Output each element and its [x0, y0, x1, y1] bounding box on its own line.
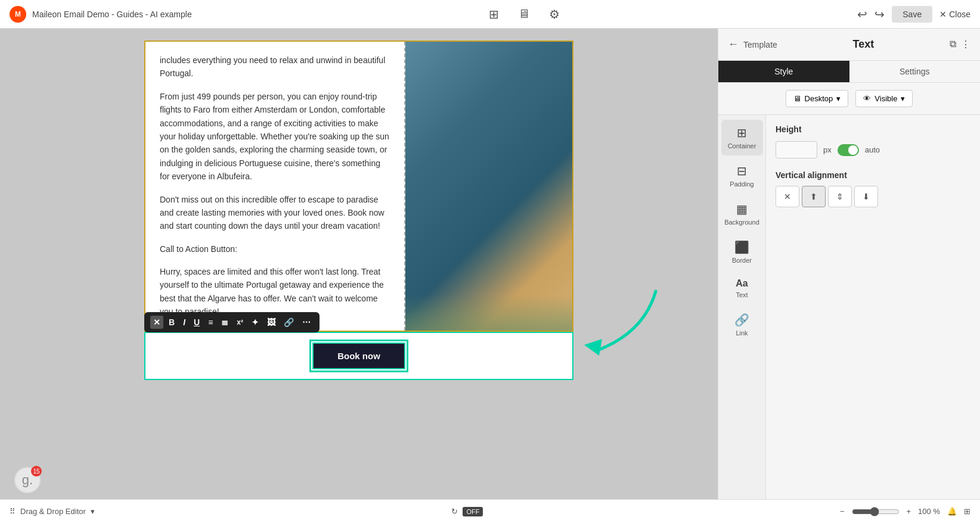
nav-text[interactable]: Aa Text: [721, 272, 763, 304]
cta-button[interactable]: Book now: [312, 343, 405, 369]
vert-align-top-button[interactable]: ⬆: [802, 186, 826, 207]
link-icon: 🔗: [734, 313, 749, 327]
panel-tabs: Style Settings: [718, 61, 980, 83]
email-block: includes everything you need to relax an…: [144, 41, 573, 380]
avatar-icon: g.: [22, 472, 33, 488]
panel-menu-icon[interactable]: ⋮: [961, 39, 970, 50]
email-button-row: Book now: [144, 332, 573, 380]
avatar[interactable]: g. 15: [14, 467, 41, 493]
auto-toggle[interactable]: [838, 144, 859, 156]
drag-drop-label: Drag & Drop Editor: [20, 507, 86, 516]
px-label: px: [823, 145, 832, 154]
bottombar: ⠿ Drag & Drop Editor ▾ ↻ OFF − + 100 % 🔔…: [0, 499, 980, 523]
app-logo: M: [10, 6, 26, 23]
vert-align-middle-button[interactable]: ⇕: [828, 186, 852, 207]
close-x-icon: ✕: [939, 10, 947, 19]
panel-icon-nav: ⊞ Container ⊟ Padding ▦ Background ⬛ Bor…: [718, 115, 766, 499]
nav-padding[interactable]: ⊟ Padding: [721, 158, 763, 194]
format-magic-button[interactable]: ✦: [249, 316, 262, 329]
bottombar-right: − + 100 % 🔔 ⊞: [840, 507, 970, 516]
format-more-button[interactable]: ⋯: [299, 316, 314, 329]
visible-dropdown[interactable]: 👁 Visible ▾: [855, 90, 913, 107]
padding-icon: ⊟: [737, 164, 747, 178]
format-image-button[interactable]: 🖼: [264, 316, 278, 329]
eye-icon: 👁: [863, 94, 871, 103]
panel-header-icons: ⧉ ⋮: [950, 39, 970, 50]
vert-align-label: Vertical alignment: [776, 170, 970, 180]
right-panel: ← Template Text ⧉ ⋮ Style Settings 🖥 Des…: [718, 29, 980, 499]
format-bold-button[interactable]: B: [166, 316, 178, 329]
chevron-down-icon-2: ▾: [901, 94, 905, 103]
tab-settings[interactable]: Settings: [849, 61, 981, 82]
topbar-right: ↩ ↪ Save ✕ Close: [857, 6, 970, 23]
email-image: [405, 42, 572, 331]
format-ol-button[interactable]: ≣: [218, 316, 231, 329]
save-button[interactable]: Save: [892, 6, 932, 23]
panel-visibility-row: 🖥 Desktop ▾ 👁 Visible ▾: [718, 83, 980, 115]
drag-handle-icon: ⠿: [10, 507, 15, 516]
email-text-column[interactable]: includes everything you need to relax an…: [145, 42, 405, 331]
format-link-button[interactable]: 🔗: [281, 316, 297, 329]
redo-icon[interactable]: ↪: [874, 7, 885, 21]
close-button[interactable]: ✕ Close: [939, 10, 970, 19]
vert-align-none-button[interactable]: ✕: [776, 186, 799, 207]
vert-align-bottom-button[interactable]: ⬇: [854, 186, 878, 207]
topbar-left: M Maileon Email Demo - Guides - AI examp…: [10, 6, 192, 23]
settings-icon[interactable]: ⚙: [549, 7, 560, 21]
chevron-down-icon: ▾: [836, 94, 841, 103]
canvas-area[interactable]: includes everything you need to relax an…: [0, 29, 718, 499]
panel-breadcrumb: Template: [743, 40, 777, 49]
height-input[interactable]: [776, 141, 817, 158]
container-icon: ⊞: [737, 126, 747, 140]
format-superscript-button[interactable]: x²: [234, 316, 246, 328]
topbar-center: ⊞ 🖥 ⚙: [489, 7, 560, 21]
format-italic-button[interactable]: I: [180, 316, 188, 329]
bell-icon[interactable]: 🔔: [947, 507, 957, 516]
bottombar-center: ↻ OFF: [451, 507, 483, 516]
zoom-slider[interactable]: [852, 507, 900, 516]
email-text-p4: Call to Action Button:: [160, 242, 390, 256]
format-ul-button[interactable]: ≡: [205, 316, 216, 329]
grid-icon[interactable]: ⊞: [489, 7, 499, 21]
zoom-in-icon[interactable]: +: [907, 507, 911, 516]
email-text-p2: From just 499 pounds per person, you can…: [160, 90, 390, 183]
nav-border[interactable]: ⬛ Border: [721, 234, 763, 270]
panel-content: Height px auto Vertical alignment ✕ ⬆ ⇕ …: [766, 115, 980, 499]
email-text-p5: Hurry, spaces are limited and this offer…: [160, 265, 390, 319]
desktop-dropdown[interactable]: 🖥 Desktop ▾: [786, 90, 849, 107]
layers-icon[interactable]: ⧉: [950, 39, 956, 50]
grid-small-icon[interactable]: ⊞: [964, 507, 970, 516]
panel-title: Text: [782, 38, 945, 51]
auto-label: auto: [865, 145, 880, 154]
zoom-level: 100 %: [918, 507, 940, 516]
main-area: includes everything you need to relax an…: [0, 29, 980, 499]
topbar: M Maileon Email Demo - Guides - AI examp…: [0, 0, 980, 29]
editor-chevron-icon: ▾: [91, 507, 95, 516]
notification-badge: 15: [31, 466, 42, 477]
height-section-label: Height: [776, 124, 970, 134]
background-icon: ▦: [736, 202, 748, 216]
email-content-row: includes everything you need to relax an…: [144, 41, 573, 332]
vert-align-buttons: ✕ ⬆ ⇕ ⬇: [776, 186, 970, 207]
format-toolbar: ✕ B I U ≡ ≣ x² ✦ 🖼 🔗 ⋯: [144, 312, 320, 332]
height-row: px auto: [776, 141, 970, 158]
refresh-icon: ↻: [451, 507, 458, 516]
canvas-inner: includes everything you need to relax an…: [0, 29, 718, 499]
topbar-title: Maileon Email Demo - Guides - AI example: [32, 10, 192, 19]
bottombar-left: ⠿ Drag & Drop Editor ▾: [10, 507, 95, 516]
nav-link[interactable]: 🔗 Link: [721, 307, 763, 343]
svg-marker-0: [584, 339, 602, 356]
zoom-out-icon[interactable]: −: [840, 507, 845, 516]
undo-icon[interactable]: ↩: [857, 7, 867, 21]
tab-style[interactable]: Style: [718, 61, 849, 82]
nav-background[interactable]: ▦ Background: [721, 196, 763, 232]
monitor-icon[interactable]: 🖥: [518, 7, 530, 21]
format-close-button[interactable]: ✕: [150, 316, 163, 329]
border-icon: ⬛: [734, 240, 749, 254]
format-underline-button[interactable]: U: [191, 316, 203, 329]
off-badge: OFF: [463, 507, 483, 516]
panel-back-button[interactable]: ←: [728, 38, 739, 51]
email-image-column: [405, 42, 572, 331]
monitor-small-icon: 🖥: [793, 94, 801, 103]
nav-container[interactable]: ⊞ Container: [721, 120, 763, 155]
